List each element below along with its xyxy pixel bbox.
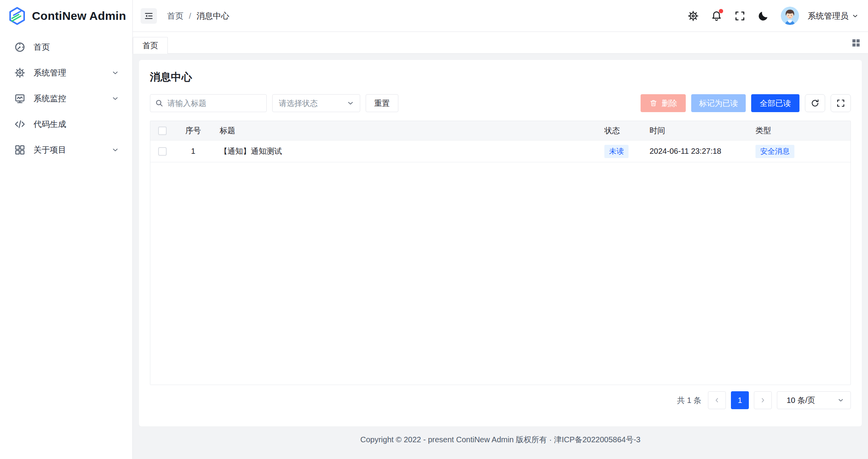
bell-icon[interactable] <box>709 9 724 23</box>
message-center-card: 消息中心 请选择状态 重置 <box>139 60 862 426</box>
column-header-no: 序号 <box>174 125 212 136</box>
pagination-total: 共 1 条 <box>677 395 701 406</box>
row-time: 2024-06-11 23:27:18 <box>648 147 754 156</box>
menu-fold-icon[interactable] <box>141 8 157 24</box>
gear-icon[interactable] <box>686 9 701 23</box>
logo-icon <box>8 7 26 25</box>
status-select-placeholder: 请选择状态 <box>279 98 318 109</box>
search-input[interactable] <box>150 94 267 112</box>
tab-home[interactable]: 首页 <box>133 37 168 54</box>
row-checkbox[interactable] <box>158 147 167 156</box>
column-header-title: 标题 <box>212 125 602 136</box>
app-title: ContiNew Admin <box>32 9 126 23</box>
user-menu[interactable]: 系统管理员 <box>808 11 859 21</box>
column-header-type: 类型 <box>754 125 850 136</box>
code-icon <box>14 118 26 130</box>
message-table: 序号 标题 状态 时间 类型 1 【通知】通知测试 未读 2024-06-11 … <box>150 121 851 385</box>
logo[interactable]: ContiNew Admin <box>0 0 132 32</box>
status-badge: 未读 <box>604 145 629 158</box>
footer: Copyright © 2022 - present ContiNew Admi… <box>139 426 862 453</box>
row-title[interactable]: 【通知】通知测试 <box>212 146 602 157</box>
pagination: 共 1 条 1 10 条/页 <box>150 391 851 409</box>
avatar[interactable] <box>781 7 799 25</box>
table-row: 1 【通知】通知测试 未读 2024-06-11 23:27:18 安全消息 <box>150 140 850 162</box>
tab-label: 首页 <box>143 40 158 51</box>
trash-icon <box>649 99 658 107</box>
sidebar-item-label: 关于项目 <box>33 144 111 155</box>
header: 首页 / 消息中心 <box>133 0 868 32</box>
page-title: 消息中心 <box>150 70 851 84</box>
chevron-down-icon <box>347 99 354 107</box>
table-fullscreen-icon[interactable] <box>831 94 851 112</box>
copyright-text: Copyright © 2022 - present ContiNew Admi… <box>360 434 641 445</box>
all-read-button[interactable]: 全部已读 <box>751 94 799 112</box>
delete-button[interactable]: 删除 <box>641 94 686 112</box>
breadcrumb-separator: / <box>189 11 191 21</box>
column-header-status: 状态 <box>602 125 648 136</box>
delete-label: 删除 <box>662 98 677 109</box>
page-size-value: 10 条/页 <box>787 395 815 406</box>
toolbar: 请选择状态 重置 删除 标记为已读 全部已读 <box>150 94 851 112</box>
sidebar-item-label: 系统管理 <box>33 67 111 78</box>
main-area: 首页 / 消息中心 <box>133 0 868 459</box>
breadcrumb-home[interactable]: 首页 <box>167 11 183 21</box>
page-size-select[interactable]: 10 条/页 <box>777 391 851 409</box>
table-empty-area <box>150 162 850 385</box>
user-name: 系统管理员 <box>808 11 849 21</box>
chevron-down-icon <box>852 12 859 19</box>
breadcrumb-current: 消息中心 <box>197 11 229 21</box>
tab-bar: 首页 <box>133 32 868 54</box>
sidebar-item-label: 首页 <box>33 42 119 53</box>
breadcrumb: 首页 / 消息中心 <box>167 11 229 21</box>
dashboard-icon <box>14 41 26 53</box>
column-header-time: 时间 <box>648 125 754 136</box>
mark-read-button[interactable]: 标记为已读 <box>691 94 746 112</box>
prev-page-icon[interactable] <box>708 391 726 409</box>
notification-dot <box>719 9 723 13</box>
reset-button[interactable]: 重置 <box>366 94 398 112</box>
sidebar-item-about-project[interactable]: 关于项目 <box>5 139 128 160</box>
type-badge: 安全消息 <box>755 145 794 158</box>
select-all-checkbox[interactable] <box>158 127 167 135</box>
fullscreen-icon[interactable] <box>732 9 747 23</box>
app-screen: ContiNew Admin 首页 <box>0 0 868 459</box>
sidebar-item-system-monitor[interactable]: 系统监控 <box>5 88 128 109</box>
apps-icon <box>14 144 26 156</box>
moon-icon[interactable] <box>756 9 771 23</box>
monitor-icon <box>14 93 26 104</box>
sidebar-item-label: 代码生成 <box>33 119 119 130</box>
sidebar-item-home[interactable]: 首页 <box>5 37 128 58</box>
chevron-down-icon <box>111 69 119 77</box>
status-select[interactable]: 请选择状态 <box>272 94 360 112</box>
toolbar-actions: 删除 标记为已读 全部已读 <box>641 94 851 112</box>
chevron-down-icon <box>111 95 119 102</box>
grid-icon[interactable] <box>849 36 863 49</box>
chevron-down-icon <box>111 146 119 154</box>
chevron-down-icon <box>837 397 844 404</box>
page-number-1[interactable]: 1 <box>731 391 749 409</box>
content: 消息中心 请选择状态 重置 <box>133 54 868 459</box>
header-actions: 系统管理员 <box>686 7 859 25</box>
table-header: 序号 标题 状态 时间 类型 <box>150 121 850 140</box>
search-box <box>150 94 267 112</box>
row-no: 1 <box>174 147 212 156</box>
sidebar: ContiNew Admin 首页 <box>0 0 133 459</box>
next-page-icon[interactable] <box>754 391 772 409</box>
refresh-icon[interactable] <box>805 94 825 112</box>
sidebar-item-label: 系统监控 <box>33 93 111 104</box>
sidebar-item-code-generation[interactable]: 代码生成 <box>5 114 128 135</box>
sidebar-menu: 首页 系统管理 <box>0 32 132 160</box>
sidebar-item-system-management[interactable]: 系统管理 <box>5 62 128 83</box>
settings-icon <box>14 67 26 79</box>
